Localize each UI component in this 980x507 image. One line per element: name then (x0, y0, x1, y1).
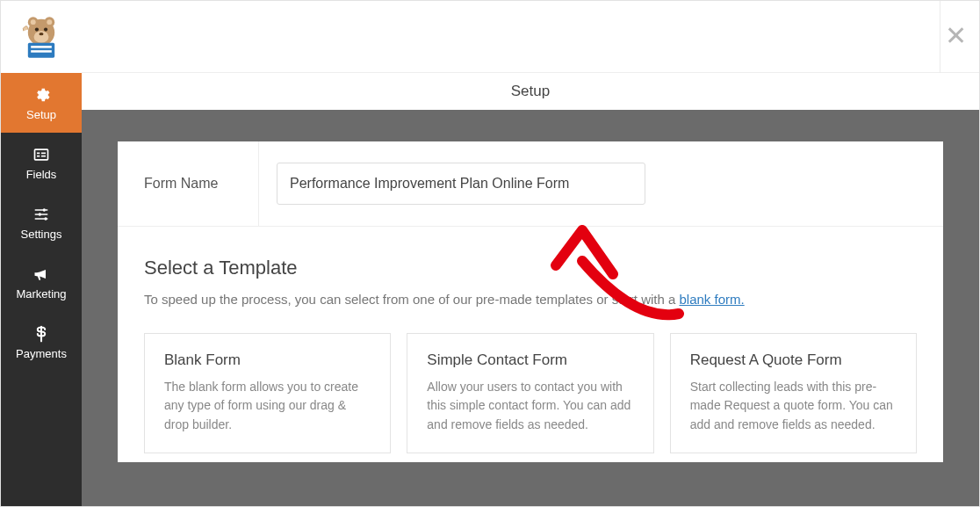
svg-point-18 (39, 213, 41, 215)
template-sub-text: To speed up the process, you can select … (144, 292, 679, 307)
template-card-desc: The blank form allows you to create any … (164, 378, 371, 435)
sliders-icon (32, 205, 51, 224)
sidebar-item-payments[interactable]: Payments (1, 312, 82, 372)
spacer (82, 110, 979, 141)
app-root: ✕ Setup Fields Settings Marketing (0, 0, 980, 507)
topbar-separator (940, 1, 940, 73)
template-section-title: Select a Template (144, 257, 917, 279)
svg-point-7 (44, 27, 47, 31)
svg-rect-15 (37, 155, 40, 156)
form-name-row: Form Name (118, 141, 943, 227)
form-name-label: Form Name (144, 176, 258, 192)
blank-form-link[interactable]: blank form. (679, 292, 744, 307)
svg-rect-13 (37, 152, 40, 154)
main-area: Setup Form Name Select a Template To spe… (82, 1, 979, 506)
page-title: Setup (82, 73, 979, 110)
svg-rect-14 (41, 152, 46, 154)
template-section-subtitle: To speed up the process, you can select … (144, 290, 917, 310)
template-card-request-quote[interactable]: Request A Quote Form Start collecting le… (670, 333, 917, 453)
setup-panel: Form Name Select a Template To speed up … (118, 141, 943, 462)
close-button[interactable]: ✕ (945, 20, 967, 51)
form-name-input[interactable] (277, 163, 645, 205)
sidebar-item-label: Payments (16, 347, 67, 360)
template-card-title: Blank Form (164, 351, 371, 369)
content-wrap: Setup Form Name Select a Template To spe… (82, 73, 979, 506)
sidebar-item-marketing[interactable]: Marketing (1, 252, 82, 312)
sidebar-item-setup[interactable]: Setup (1, 73, 82, 133)
sidebar-item-settings[interactable]: Settings (1, 192, 82, 252)
list-icon (32, 145, 51, 164)
gear-icon (32, 85, 51, 105)
logo (1, 1, 82, 73)
svg-rect-11 (31, 50, 52, 53)
svg-rect-12 (35, 149, 48, 160)
svg-point-17 (43, 208, 46, 211)
sidebar-item-label: Marketing (16, 287, 66, 301)
topbar (82, 1, 979, 73)
bullhorn-icon (32, 264, 51, 284)
sidebar-item-label: Setup (26, 108, 56, 121)
template-card-simple-contact[interactable]: Simple Contact Form Allow your users to … (407, 333, 653, 453)
bear-logo-icon (18, 13, 65, 61)
template-card-title: Simple Contact Form (427, 351, 633, 369)
sidebar-item-fields[interactable]: Fields (1, 133, 82, 192)
template-card-desc: Start collecting leads with this pre-mad… (690, 378, 897, 435)
template-card-title: Request A Quote Form (690, 351, 897, 369)
template-section: Select a Template To speed up the proces… (118, 227, 943, 462)
sidebar: Setup Fields Settings Marketing Payments (1, 1, 82, 506)
template-card-desc: Allow your users to contact you with thi… (427, 378, 633, 435)
svg-rect-16 (41, 155, 46, 156)
svg-point-3 (31, 19, 36, 25)
template-card-blank[interactable]: Blank Form The blank form allows you to … (144, 333, 391, 453)
svg-point-8 (39, 33, 43, 35)
dollar-icon (32, 324, 51, 344)
templates-grid: Blank Form The blank form allows you to … (144, 333, 917, 453)
svg-rect-10 (31, 46, 52, 48)
sidebar-item-label: Settings (21, 228, 62, 241)
svg-point-4 (47, 19, 52, 25)
form-name-input-wrap (259, 163, 917, 205)
sidebar-item-label: Fields (26, 168, 57, 181)
svg-point-6 (35, 27, 39, 31)
svg-point-19 (44, 217, 47, 220)
